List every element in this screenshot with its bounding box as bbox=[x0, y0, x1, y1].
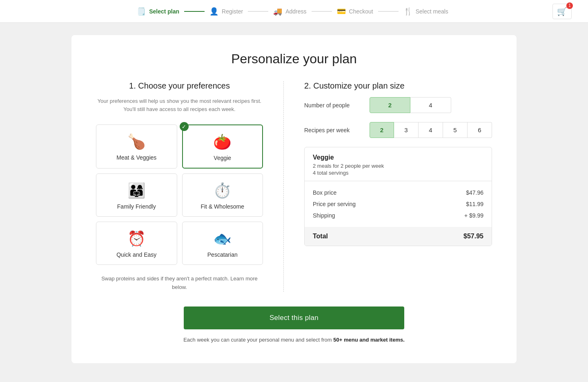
box-price-value: $47.96 bbox=[466, 189, 483, 196]
people-option-2[interactable]: 2 bbox=[370, 97, 410, 113]
meat-veggies-label: Meat & Veggies bbox=[116, 154, 156, 161]
recipes-row: Recipes per week 2 3 4 5 6 bbox=[304, 122, 492, 138]
pescatarian-icon: 🐟 bbox=[213, 230, 232, 247]
step-register-label: Register bbox=[222, 8, 243, 15]
step-select-plan[interactable]: 🗒️ Select plan bbox=[137, 7, 179, 16]
recipes-options: 2 3 4 5 6 bbox=[370, 122, 492, 138]
preferences-column: 1. Choose your preferences Your preferen… bbox=[96, 81, 284, 292]
pescatarian-label: Pescatarian bbox=[207, 251, 238, 258]
people-row: Number of people 2 4 bbox=[304, 97, 492, 113]
pricing-description: 2 meals for 2 people per week bbox=[313, 163, 483, 169]
cta-note: Each week you can curate your personal m… bbox=[183, 337, 405, 343]
swap-text: Swap proteins and sides if they aren't a… bbox=[96, 275, 263, 292]
recipes-option-4[interactable]: 4 bbox=[419, 122, 443, 138]
pricing-header: Veggie 2 meals for 2 people per week 4 t… bbox=[305, 147, 492, 181]
total-label: Total bbox=[313, 233, 328, 240]
total-value: $57.95 bbox=[463, 233, 483, 240]
veggie-icon: 🍅 bbox=[213, 133, 232, 151]
fit-wholesome-label: Fit & Wholesome bbox=[200, 203, 244, 210]
step-checkout[interactable]: 💳 Checkout bbox=[337, 7, 373, 16]
two-column-layout: 1. Choose your preferences Your preferen… bbox=[96, 81, 492, 292]
meal-card-family-friendly[interactable]: 👨‍👩‍👧 Family Friendly bbox=[96, 173, 177, 217]
main-content: Personalize your plan 1. Choose your pre… bbox=[0, 23, 588, 380]
preferences-subtitle: Your preferences will help us show you t… bbox=[96, 97, 263, 113]
preferences-section-title: 1. Choose your preferences bbox=[96, 81, 263, 91]
price-per-serving-row: Price per serving $11.99 bbox=[313, 198, 483, 210]
select-plan-button[interactable]: Select this plan bbox=[184, 306, 404, 329]
step-address-icon: 🚚 bbox=[273, 7, 282, 16]
meal-card-pescatarian[interactable]: 🐟 Pescatarian bbox=[182, 222, 263, 265]
family-friendly-icon: 👨‍👩‍👧 bbox=[127, 182, 146, 199]
veggie-label: Veggie bbox=[214, 155, 231, 161]
pricing-box: Veggie 2 meals for 2 people per week 4 t… bbox=[304, 147, 492, 246]
recipes-label: Recipes per week bbox=[304, 127, 370, 133]
people-options: 2 4 bbox=[370, 97, 451, 113]
page-title: Personalize your plan bbox=[96, 51, 492, 67]
box-price-row: Box price $47.96 bbox=[313, 187, 483, 198]
meal-card-quick-easy[interactable]: ⏰ Quick and Easy bbox=[96, 222, 177, 265]
shipping-label: Shipping bbox=[313, 212, 335, 219]
shipping-value: + $9.99 bbox=[464, 212, 483, 219]
customize-column: 2. Customize your plan size Number of pe… bbox=[284, 81, 492, 292]
meal-card-fit-wholesome[interactable]: ⏱️ Fit & Wholesome bbox=[182, 173, 263, 217]
meal-type-grid: 🍗 Meat & Veggies ✓ 🍅 Veggie 👨‍👩‍👧 Family… bbox=[96, 124, 263, 265]
meal-card-meat-veggies[interactable]: 🍗 Meat & Veggies bbox=[96, 124, 177, 169]
fit-wholesome-icon: ⏱️ bbox=[213, 182, 232, 199]
recipes-option-6[interactable]: 6 bbox=[468, 122, 492, 138]
pricing-plan-name: Veggie bbox=[313, 154, 483, 161]
step-select-meals-icon: 🍴 bbox=[403, 7, 412, 16]
step-select-plan-label: Select plan bbox=[149, 8, 179, 15]
pricing-rows: Box price $47.96 Price per serving $11.9… bbox=[305, 181, 492, 227]
step-select-plan-icon: 🗒️ bbox=[137, 7, 146, 16]
price-per-serving-label: Price per serving bbox=[313, 201, 356, 207]
cta-section: Select this plan Each week you can curat… bbox=[96, 306, 492, 343]
pricing-servings: 4 total servings bbox=[313, 170, 483, 176]
people-label: Number of people bbox=[304, 102, 370, 109]
step-select-meals-label: Select meals bbox=[416, 8, 448, 15]
plan-card: Personalize your plan 1. Choose your pre… bbox=[71, 35, 517, 363]
meat-veggies-icon: 🍗 bbox=[127, 133, 146, 150]
box-price-label: Box price bbox=[313, 189, 336, 196]
header: 🗒️ Select plan 👤 Register 🚚 Address 💳 Ch… bbox=[0, 0, 588, 23]
step-checkout-label: Checkout bbox=[349, 8, 373, 15]
step-address-label: Address bbox=[285, 8, 306, 15]
price-per-serving-value: $11.99 bbox=[466, 201, 483, 207]
quick-easy-label: Quick and Easy bbox=[116, 251, 156, 258]
step-line-2 bbox=[248, 11, 268, 12]
quick-easy-icon: ⏰ bbox=[127, 230, 146, 247]
nav-steps: 🗒️ Select plan 👤 Register 🚚 Address 💳 Ch… bbox=[33, 7, 552, 16]
family-friendly-label: Family Friendly bbox=[117, 203, 156, 210]
step-checkout-icon: 💳 bbox=[337, 7, 346, 16]
step-line-1 bbox=[184, 11, 205, 12]
step-line-4 bbox=[378, 11, 399, 12]
veggie-check-badge: ✓ bbox=[180, 122, 189, 131]
people-option-4[interactable]: 4 bbox=[410, 97, 451, 113]
recipes-option-2[interactable]: 2 bbox=[370, 122, 394, 138]
step-address[interactable]: 🚚 Address bbox=[273, 7, 306, 16]
shipping-row: Shipping + $9.99 bbox=[313, 210, 483, 221]
customize-section-title: 2. Customize your plan size bbox=[304, 81, 492, 91]
pricing-total-row: Total $57.95 bbox=[305, 227, 492, 246]
cart-button[interactable]: 🛒 1 bbox=[552, 4, 572, 19]
recipes-option-5[interactable]: 5 bbox=[443, 122, 468, 138]
step-select-meals[interactable]: 🍴 Select meals bbox=[403, 7, 448, 16]
step-register-icon: 👤 bbox=[209, 7, 218, 16]
step-line-3 bbox=[312, 11, 332, 12]
recipes-option-3[interactable]: 3 bbox=[394, 122, 419, 138]
meal-card-veggie[interactable]: ✓ 🍅 Veggie bbox=[182, 124, 263, 169]
step-register[interactable]: 👤 Register bbox=[209, 7, 243, 16]
cart-badge: 1 bbox=[566, 2, 573, 9]
